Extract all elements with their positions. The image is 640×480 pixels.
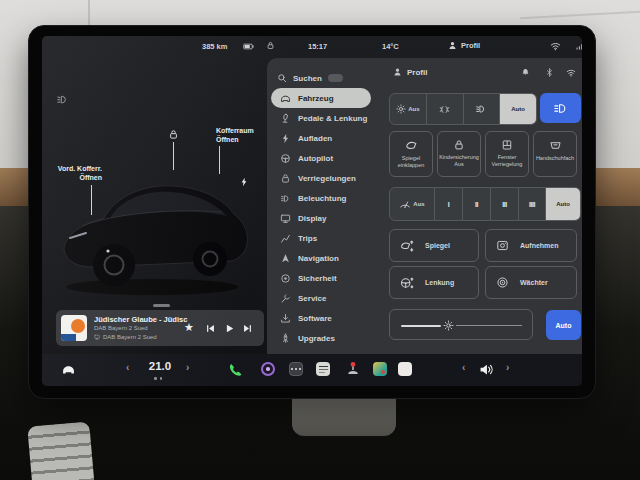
mirror-adjust-icon	[400, 239, 414, 253]
menu-item-beleuchtung[interactable]: Beleuchtung	[271, 188, 387, 208]
menu-item-software[interactable]: Software	[271, 308, 387, 328]
battery-icon	[242, 41, 255, 52]
app-dock: ‹ 21.0 › ‹ ›	[42, 354, 582, 386]
favorite-button[interactable]: ★	[184, 321, 194, 334]
menu-item-service[interactable]: Service	[271, 288, 387, 308]
volume-up-chevron[interactable]: ›	[506, 362, 509, 373]
dab-source-icon	[94, 334, 100, 340]
cellular-signal-icon	[575, 40, 582, 52]
glovebox-icon	[549, 139, 562, 152]
steering-adjust-button[interactable]: Lenkung	[389, 266, 479, 299]
mirror-adjust-button[interactable]: Spiegel	[389, 229, 479, 262]
wiper-segmented-control: Aus I II III IIII Auto	[389, 187, 581, 221]
settings-menu: Fahrzeug Pedale & Lenkung Aufladen Autop…	[271, 88, 387, 348]
menu-item-verriegelungen[interactable]: Verriegelungen	[271, 168, 387, 188]
media-subtitle: DAB Bayern 2 Sued	[94, 325, 148, 331]
dashcam-record-button[interactable]: Aufnehmen	[485, 229, 577, 262]
footrest-pedal	[27, 421, 95, 480]
brightness-sun-icon[interactable]	[443, 320, 454, 331]
lights-parking-button[interactable]	[426, 94, 463, 124]
menu-item-upgrades[interactable]: Upgrades	[271, 328, 387, 348]
fold-mirrors-button[interactable]: Spiegeleinklappen	[389, 131, 433, 177]
next-track-button[interactable]	[242, 323, 253, 334]
low-beam-icon	[475, 103, 487, 115]
wiper-off-button[interactable]: Aus	[390, 188, 434, 220]
search-row[interactable]: Suchen	[277, 70, 343, 86]
glovebox-button[interactable]: Handschuhfach	[533, 131, 577, 177]
notifications-bell-icon[interactable]	[521, 67, 530, 78]
menu-item-fahrzeug[interactable]: Fahrzeug	[271, 88, 371, 108]
play-button[interactable]	[224, 323, 235, 334]
menu-item-sicherheit[interactable]: Sicherheit	[271, 268, 387, 288]
volume-down-chevron[interactable]: ‹	[462, 362, 465, 373]
cabin-temperature[interactable]: 21.0	[138, 360, 182, 372]
window-icon	[501, 139, 513, 151]
door-lock-icon[interactable]	[168, 129, 179, 140]
lights-auto-button[interactable]: Auto	[499, 94, 536, 124]
wiper-level4-button[interactable]: IIII	[518, 188, 545, 220]
slider-track-filled	[401, 325, 441, 327]
window-lock-button[interactable]: FensterVerriegelung	[485, 131, 529, 177]
temp-increase-chevron[interactable]: ›	[186, 362, 189, 373]
profile-header[interactable]: Profil	[393, 67, 427, 77]
temp-indicator-dots	[154, 377, 162, 380]
menu-item-display[interactable]: Display	[271, 208, 387, 228]
search-icon	[277, 73, 287, 83]
outside-temperature: 14°C	[382, 42, 399, 51]
dashcam-icon	[496, 239, 509, 252]
notes-app-icon[interactable]	[398, 362, 412, 376]
wifi-icon	[550, 40, 561, 52]
temp-decrease-chevron[interactable]: ‹	[126, 362, 129, 373]
frunk-leader-line	[91, 185, 92, 215]
headlights-on-button[interactable]	[540, 93, 581, 123]
menu-item-pedale-lenkung[interactable]: Pedale & Lenkung	[271, 108, 387, 128]
lights-on-button[interactable]	[463, 94, 500, 124]
profile-button[interactable]: Profil	[448, 40, 480, 51]
brightness-slider[interactable]	[389, 309, 533, 340]
arcade-app-icon[interactable]	[345, 360, 361, 378]
vinyl-app-icon[interactable]	[261, 362, 275, 376]
wiper-level1-button[interactable]: I	[434, 188, 462, 220]
trunk-open-button[interactable]: KofferraumÖffnen	[216, 127, 254, 144]
media-drag-handle[interactable]	[153, 304, 170, 307]
menu-item-autopilot[interactable]: Autopilot	[271, 148, 387, 168]
brightness-auto-button[interactable]: Auto	[546, 310, 581, 340]
menu-item-trips[interactable]: Trips	[271, 228, 387, 248]
app-launcher-icon[interactable]	[289, 362, 303, 376]
lock-icon	[280, 173, 291, 184]
phone-app-icon[interactable]	[228, 362, 243, 377]
mirror-icon	[405, 139, 418, 152]
screen: 385 km 15:17 14°C Profil Vord. Kofferr.Ö…	[42, 36, 582, 386]
charge-port-icon[interactable]	[239, 176, 249, 188]
child-lock-button[interactable]: KindersicherungAus	[437, 131, 481, 177]
navigation-arrow-icon	[280, 253, 291, 264]
wifi-icon[interactable]	[566, 67, 576, 78]
trunk-leader-line	[219, 146, 220, 174]
lights-off-button[interactable]: Aus	[390, 94, 426, 124]
padlock-icon	[453, 139, 465, 151]
menu-item-aufladen[interactable]: Aufladen	[271, 128, 387, 148]
frunk-open-button[interactable]: Vord. Kofferr.Öffnen	[50, 165, 102, 182]
steering-wheel-icon	[280, 153, 291, 164]
wiper-auto-button[interactable]: Auto	[545, 188, 580, 220]
lock-status-icon[interactable]	[266, 40, 275, 51]
car-controls-icon[interactable]	[60, 362, 77, 377]
high-beam-icon	[553, 101, 568, 116]
media-player[interactable]: Jüdischer Glaube - Jüdisc DAB Bayern 2 S…	[56, 310, 264, 346]
wiper-icon	[399, 198, 411, 210]
theater-app-icon[interactable]	[373, 362, 387, 376]
bluetooth-icon[interactable]	[545, 67, 554, 78]
headlights-status-icon	[56, 93, 69, 106]
speaker-icon[interactable]	[478, 362, 494, 377]
wiper-level2-button[interactable]: II	[462, 188, 490, 220]
wiper-level3-button[interactable]: III	[490, 188, 518, 220]
steering-adjust-icon	[400, 276, 414, 290]
car-icon	[280, 93, 291, 104]
lock-leader-line	[173, 142, 174, 170]
media-title: Jüdischer Glaube - Jüdisc	[94, 315, 188, 324]
menu-item-navigation[interactable]: Navigation	[271, 248, 387, 268]
sentry-mode-button[interactable]: Wächter	[485, 266, 577, 299]
radio-app-icon[interactable]	[316, 362, 330, 376]
previous-track-button[interactable]	[205, 323, 216, 334]
display-icon	[280, 213, 291, 224]
